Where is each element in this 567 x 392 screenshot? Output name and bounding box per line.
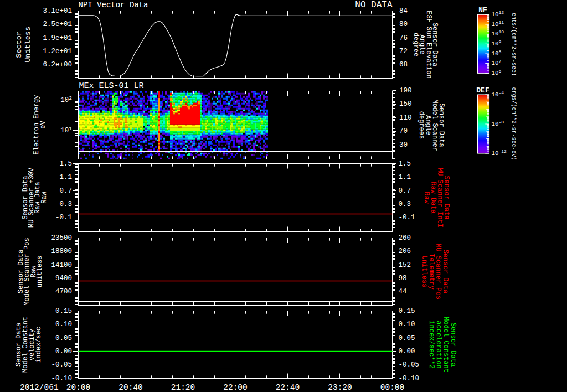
svg-text:1.1: 1.1 bbox=[399, 173, 411, 181]
svg-text:0.7: 0.7 bbox=[59, 187, 72, 195]
svg-text:2.5e+01: 2.5e+01 bbox=[43, 20, 72, 28]
svg-text:0.00: 0.00 bbox=[55, 348, 72, 355]
svg-text:1.5: 1.5 bbox=[399, 160, 411, 168]
svg-text:22:00: 22:00 bbox=[223, 383, 248, 392]
svg-text:2012/061: 2012/061 bbox=[20, 383, 59, 392]
svg-text:44: 44 bbox=[399, 288, 407, 296]
svg-text:MEx ELS-01 LR: MEx ELS-01 LR bbox=[79, 81, 144, 91]
svg-text:0.3: 0.3 bbox=[59, 200, 72, 208]
svg-text:3.1e+01: 3.1e+01 bbox=[43, 7, 72, 15]
svg-text:152: 152 bbox=[399, 261, 411, 269]
svg-text:1.5: 1.5 bbox=[59, 160, 72, 168]
svg-text:cnts/(cm**2-sr-sec): cnts/(cm**2-sr-sec) bbox=[511, 13, 517, 76]
svg-text:0.00: 0.00 bbox=[399, 348, 415, 355]
svg-text:206: 206 bbox=[399, 247, 411, 255]
svg-text:20:00: 20:00 bbox=[66, 383, 91, 392]
svg-text:76: 76 bbox=[399, 34, 408, 42]
svg-text:23500: 23500 bbox=[51, 234, 72, 242]
svg-text:30: 30 bbox=[399, 141, 408, 149]
svg-text:0.05: 0.05 bbox=[55, 334, 72, 342]
svg-text:0.10: 0.10 bbox=[399, 321, 415, 328]
svg-text:NPI Vector Data: NPI Vector Data bbox=[79, 1, 148, 9]
svg-text:80: 80 bbox=[399, 20, 408, 28]
svg-text:150: 150 bbox=[399, 100, 412, 108]
svg-text:20:40: 20:40 bbox=[118, 383, 143, 392]
svg-text:-0.05: -0.05 bbox=[399, 361, 420, 369]
svg-text:14100: 14100 bbox=[51, 261, 72, 269]
svg-text:NO DATA: NO DATA bbox=[355, 0, 393, 10]
svg-text:-0.1: -0.1 bbox=[399, 214, 415, 221]
svg-text:21:20: 21:20 bbox=[171, 383, 195, 392]
svg-text:1.1: 1.1 bbox=[59, 173, 72, 181]
svg-text:0.15: 0.15 bbox=[55, 307, 72, 315]
svg-text:6.2e+00: 6.2e+00 bbox=[43, 61, 72, 69]
svg-text:00:00: 00:00 bbox=[380, 383, 405, 392]
svg-text:18800: 18800 bbox=[51, 247, 72, 255]
svg-text:68: 68 bbox=[399, 61, 408, 69]
svg-text:0.3: 0.3 bbox=[399, 200, 411, 208]
svg-text:-0.05: -0.05 bbox=[51, 361, 72, 369]
svg-text:22:40: 22:40 bbox=[276, 383, 300, 392]
svg-text:0.7: 0.7 bbox=[399, 187, 411, 195]
svg-text:72: 72 bbox=[399, 48, 408, 55]
svg-text:ergs/(cm**2-sr-sec-eV): ergs/(cm**2-sr-sec-eV) bbox=[511, 87, 517, 160]
svg-text:4700: 4700 bbox=[55, 288, 72, 296]
svg-text:190: 190 bbox=[399, 87, 412, 95]
svg-text:0.15: 0.15 bbox=[399, 307, 415, 315]
svg-text:9400: 9400 bbox=[55, 275, 72, 282]
svg-text:260: 260 bbox=[399, 234, 411, 242]
svg-text:70: 70 bbox=[399, 127, 408, 135]
svg-text:-0.1: -0.1 bbox=[55, 214, 72, 221]
svg-text:0.05: 0.05 bbox=[399, 334, 415, 342]
svg-text:-0.10: -0.10 bbox=[399, 375, 420, 383]
svg-text:84: 84 bbox=[399, 7, 408, 15]
svg-text:1.2e+01: 1.2e+01 bbox=[43, 48, 72, 55]
svg-text:NF: NF bbox=[478, 6, 487, 14]
svg-text:23:20: 23:20 bbox=[328, 383, 352, 392]
svg-text:-0.10: -0.10 bbox=[51, 375, 72, 383]
svg-text:DEF: DEF bbox=[476, 86, 489, 95]
svg-text:Sensor DataModel Constantaccel: Sensor DataModel Constantaccelerationinc… bbox=[427, 317, 457, 373]
svg-text:SectorUnitless: SectorUnitless bbox=[15, 27, 32, 63]
svg-text:110: 110 bbox=[399, 114, 412, 122]
svg-text:0.10: 0.10 bbox=[55, 321, 72, 328]
svg-text:1.9e+01: 1.9e+01 bbox=[43, 34, 72, 42]
svg-text:98: 98 bbox=[399, 275, 407, 282]
